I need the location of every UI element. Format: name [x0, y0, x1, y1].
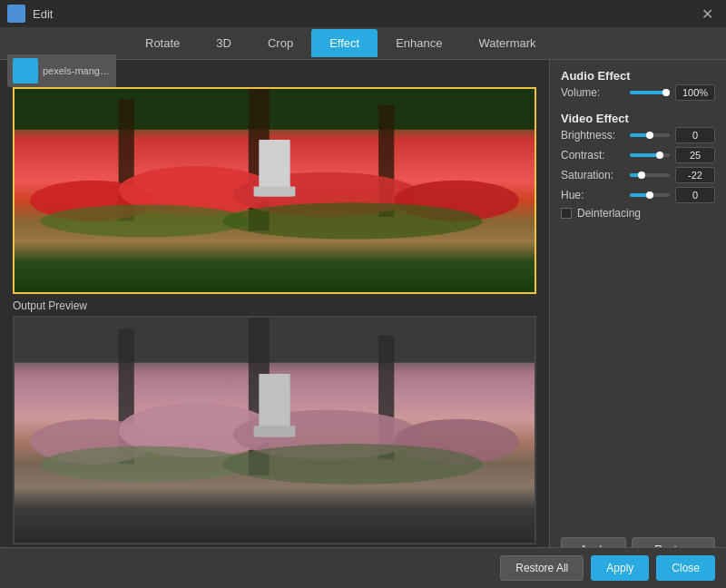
- video-effect-section: Video Effect Brightness: Contrast:: [561, 112, 715, 220]
- saturation-label: Saturation:: [561, 169, 624, 181]
- hue-slider-thumb[interactable]: [646, 191, 653, 199]
- tab-effect[interactable]: Effect: [311, 29, 378, 57]
- deinterlacing-row: Deinterlacing: [561, 207, 715, 220]
- brightness-slider[interactable]: [630, 133, 670, 137]
- volume-slider[interactable]: [630, 91, 670, 94]
- tab-watermark[interactable]: Watermark: [460, 29, 554, 57]
- volume-label: Volume:: [561, 86, 624, 99]
- original-scene-svg: [15, 89, 535, 292]
- output-preview-video: [13, 316, 536, 544]
- brightness-slider-thumb[interactable]: [646, 132, 653, 139]
- output-preview-section: Output Preview: [7, 296, 542, 546]
- hue-value-input[interactable]: [675, 187, 715, 203]
- main-content: Original Preview: [0, 60, 726, 588]
- contrast-slider[interactable]: [630, 153, 670, 157]
- restore-all-button[interactable]: Restore All: [500, 555, 584, 581]
- saturation-slider[interactable]: [630, 173, 670, 177]
- title-bar: Edit ✕: [0, 0, 726, 27]
- file-name: pexels-mang-...: [43, 65, 111, 76]
- tab-crop[interactable]: Crop: [250, 29, 311, 57]
- volume-slider-thumb[interactable]: [662, 89, 670, 96]
- volume-control-row: Volume:: [561, 84, 715, 101]
- title-bar-left: Edit: [7, 5, 53, 23]
- video-panel: Original Preview: [0, 60, 549, 588]
- hue-label: Hue:: [561, 189, 624, 201]
- svg-point-21: [222, 444, 483, 485]
- svg-point-20: [41, 446, 249, 482]
- deinterlacing-label: Deinterlacing: [577, 207, 641, 220]
- video-effect-title: Video Effect: [561, 112, 715, 125]
- thumbnail-image: [13, 58, 38, 83]
- right-panel: Audio Effect Volume: Video Effect Bright…: [549, 60, 726, 588]
- close-dialog-button[interactable]: Close: [656, 555, 715, 581]
- contrast-value-input[interactable]: [675, 147, 715, 163]
- apply-button[interactable]: Apply: [591, 555, 649, 581]
- file-thumbnail[interactable]: pexels-mang-...: [7, 54, 116, 87]
- contrast-control-row: Contrast:: [561, 147, 715, 163]
- tab-enhance[interactable]: Enhance: [378, 29, 460, 57]
- svg-rect-0: [15, 89, 535, 130]
- original-preview-section: Original Preview: [7, 67, 542, 296]
- audio-effect-section: Audio Effect Volume:: [561, 69, 715, 104]
- output-scene-svg: [15, 318, 535, 543]
- original-video-frame: [15, 89, 535, 292]
- contrast-slider-thumb[interactable]: [656, 152, 663, 159]
- app-icon: [7, 5, 25, 23]
- svg-point-9: [222, 202, 483, 239]
- audio-effect-title: Audio Effect: [561, 69, 715, 83]
- tab-rotate[interactable]: Rotate: [127, 29, 198, 57]
- brightness-control-row: Brightness:: [561, 127, 715, 143]
- svg-rect-11: [254, 186, 296, 196]
- output-preview-label: Output Preview: [13, 299, 536, 312]
- brightness-label: Brightness:: [561, 129, 624, 142]
- volume-value-input[interactable]: [675, 84, 715, 101]
- window-close-button[interactable]: ✕: [696, 4, 719, 24]
- svg-point-8: [41, 205, 249, 238]
- saturation-slider-thumb[interactable]: [638, 172, 645, 179]
- contrast-label: Contrast:: [561, 149, 624, 162]
- tab-3d[interactable]: 3D: [198, 29, 250, 57]
- title-bar-text: Edit: [33, 7, 53, 21]
- video-sections: Original Preview: [7, 67, 542, 546]
- svg-rect-23: [254, 426, 296, 436]
- hue-control-row: Hue:: [561, 187, 715, 203]
- output-video-frame: [15, 318, 535, 543]
- original-preview-video: [13, 87, 536, 294]
- brightness-value-input[interactable]: [675, 127, 715, 143]
- saturation-value-input[interactable]: [675, 167, 715, 183]
- volume-slider-fill: [630, 91, 666, 94]
- right-panel-spacer: [561, 227, 715, 530]
- saturation-control-row: Saturation:: [561, 167, 715, 183]
- bottom-action-bar: Restore All Apply Close: [0, 547, 726, 588]
- deinterlacing-checkbox[interactable]: [561, 208, 572, 219]
- hue-slider[interactable]: [630, 193, 670, 197]
- svg-rect-12: [15, 318, 535, 363]
